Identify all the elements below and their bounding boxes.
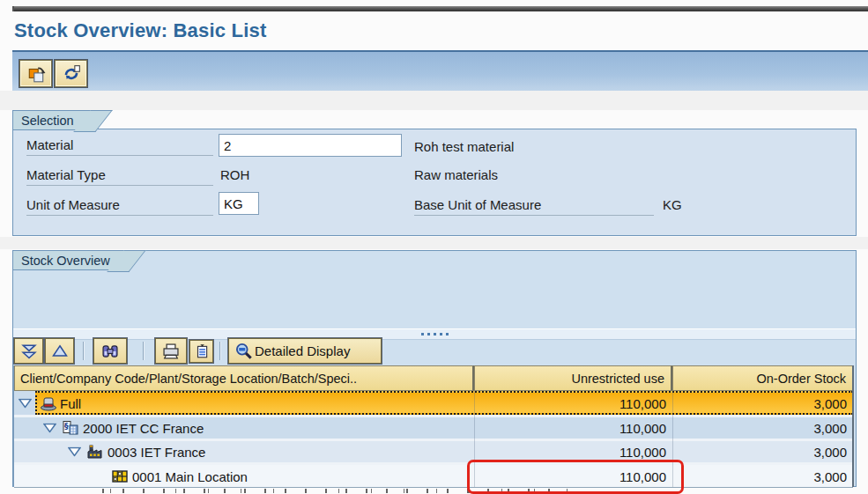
table-left-border	[13, 365, 14, 487]
storage-location-icon	[111, 468, 129, 484]
base-unit-label: Base Unit of Measure	[414, 197, 654, 216]
splitter-handle[interactable]	[13, 328, 856, 340]
column-header-hierarchy[interactable]: Client/Company Code/Plant/Storage Locati…	[14, 365, 474, 391]
choose-icon	[26, 64, 46, 84]
cell-unrestricted: 110,000	[474, 395, 666, 410]
column-header-on-order-stock[interactable]: On-Order Stock	[672, 365, 853, 391]
company-code-icon: §	[62, 420, 79, 436]
unit-of-measure-label: Unit of Measure	[26, 197, 213, 216]
refresh-button[interactable]	[55, 60, 87, 87]
tree-collapse-arrow[interactable]	[68, 447, 81, 457]
annotation-highlight-rectangle	[467, 460, 684, 494]
cell-on-order: 3,000	[672, 395, 847, 410]
spacer	[0, 237, 868, 249]
material-description: Roh test material	[414, 139, 514, 154]
unit-of-measure-input[interactable]	[219, 192, 259, 215]
copy-icon	[194, 343, 210, 359]
cell-unrestricted: 110,000	[474, 421, 666, 436]
detailed-display-button[interactable]: Detailed Display	[228, 338, 382, 364]
table-row-client-full[interactable]: Full 110,000 3,000	[14, 391, 853, 415]
detailed-display-magnifier-icon	[234, 342, 253, 360]
toolbar-separator	[83, 342, 84, 360]
selection-group-title: Selection	[12, 110, 93, 130]
page-title: Stock Overview: Basic List	[14, 19, 266, 42]
client-hat-icon	[40, 395, 57, 411]
material-type-value: ROH	[220, 167, 249, 182]
cell-on-order: 3,000	[672, 468, 847, 483]
base-unit-value: KG	[663, 197, 682, 212]
sap-stock-overview-screen: Stock Overview: Basic List Selection	[0, 0, 868, 494]
print-button[interactable]	[155, 338, 187, 364]
toolbar-separator	[143, 342, 144, 360]
tree-collapse-arrow[interactable]	[19, 398, 32, 408]
plant-icon	[86, 444, 104, 460]
sort-descending-icon	[20, 343, 38, 360]
sort-descending-button[interactable]	[14, 338, 43, 364]
material-type-label: Material Type	[26, 167, 213, 186]
table-row-storage-location[interactable]: 0001 Main Location 110,000 3,000	[14, 465, 853, 487]
cell-unrestricted: 110,000	[474, 445, 666, 460]
find-button[interactable]	[93, 338, 127, 364]
sort-ascending-button[interactable]	[45, 338, 74, 364]
material-input[interactable]	[219, 134, 402, 157]
find-icon	[100, 343, 120, 360]
material-type-description: Raw materials	[414, 167, 498, 182]
choose-button[interactable]	[19, 60, 52, 87]
toolbar-separator	[219, 342, 220, 360]
column-header-unrestricted-use[interactable]: Unrestricted use	[474, 365, 672, 391]
table-row-plant[interactable]: 0003 IET France 110,000 3,000	[14, 441, 853, 462]
cell-on-order: 3,000	[672, 445, 847, 460]
table-row-company-code[interactable]: § 2000 IET CC France 110,000 3,000	[14, 417, 853, 439]
table-right-border	[852, 365, 854, 487]
print-icon	[161, 343, 181, 360]
refresh-icon	[62, 64, 81, 84]
spacer	[0, 91, 868, 110]
cell-on-order: 3,000	[672, 421, 847, 436]
sort-ascending-icon	[51, 343, 69, 360]
stock-overview-group-title: Stock Overview	[12, 250, 127, 270]
material-label: Material	[26, 137, 213, 156]
splitter-dots-icon	[421, 333, 449, 335]
tree-collapse-arrow[interactable]	[43, 424, 56, 433]
copy-list-button[interactable]	[189, 340, 213, 363]
application-toolbar	[12, 50, 868, 92]
cropped-window-edge	[12, 6, 868, 11]
svg-text:§: §	[64, 422, 69, 431]
detailed-display-label: Detailed Display	[255, 343, 350, 358]
